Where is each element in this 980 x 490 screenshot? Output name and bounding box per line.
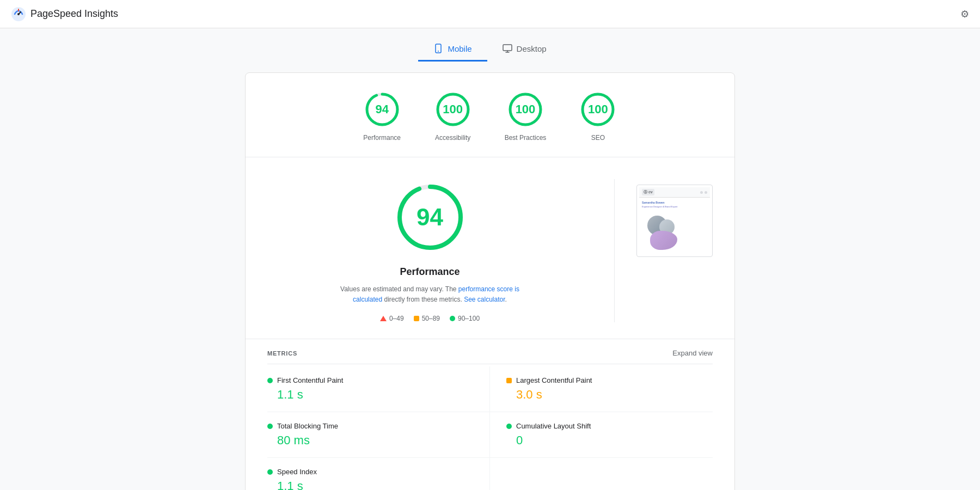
score-label-best-practices: Best Practices [505,134,547,142]
metric-item-cls: Cumulative Layout Shift 0 [490,412,713,458]
score-label-performance: Performance [363,134,401,142]
metric-value-cls: 0 [506,433,707,448]
score-item-seo[interactable]: 100 SEO [579,90,617,142]
metric-indicator-lcp [506,378,512,383]
perf-desc-before: Values are estimated and may vary. The [340,285,458,293]
score-label-accessibility: Accessibility [435,134,470,142]
metric-indicator-cls [506,424,512,429]
svg-rect-4 [503,45,512,51]
legend-average: 50–89 [414,315,440,322]
perf-desc-after: directly from these metrics. [382,296,462,303]
score-label-seo: SEO [591,134,605,142]
app-logo: PageSpeed Insights [11,7,118,22]
score-value-best-practices: 100 [516,102,536,117]
screenshot-frame: Ⓢ cv Samantha Bowen Experience Designer … [636,185,713,257]
score-circle-accessibility: 100 [434,90,472,128]
metrics-header: METRICS Expand view [267,339,713,364]
vertical-divider [614,179,615,322]
user-icon[interactable]: ⚙ [960,8,969,20]
screenshot-browser-bar: Ⓢ cv [639,187,710,198]
performance-description: Values are estimated and may vary. The p… [338,284,523,305]
legend-fail: 0–49 [380,315,404,322]
screenshot-hero-name: Samantha Bowen [642,201,707,204]
performance-title: Performance [400,266,460,278]
metric-name-fcp: First Contentful Paint [277,376,343,384]
score-summary: 94 Performance 100 Accessibility [246,73,734,157]
screenshot-content: Samantha Bowen Experience Designer & Bra… [639,198,710,254]
legend-pass: 90–100 [450,315,480,322]
big-score-circle: 94 [392,179,468,255]
score-legend: 0–49 50–89 90–100 [380,315,480,322]
score-item-accessibility[interactable]: 100 Accessibility [434,90,472,142]
metric-header-tbt: Total Blocking Time [267,422,473,430]
metric-name-tbt: Total Blocking Time [277,422,338,430]
metric-name-lcp: Largest Contentful Paint [516,376,592,384]
metrics-section: METRICS Expand view First Contentful Pai… [246,339,734,490]
metric-value-fcp: 1.1 s [267,388,473,402]
score-item-performance[interactable]: 94 Performance [363,90,401,142]
screenshot-panel: Ⓢ cv Samantha Bowen Experience Designer … [636,185,713,322]
screenshot-site-logo: Ⓢ cv [642,189,654,195]
metrics-title: METRICS [267,350,297,357]
metric-item-si: Speed Index 1.1 s [267,458,490,490]
tab-desktop-label: Desktop [517,44,547,53]
score-value-seo: 100 [588,102,608,117]
metric-header-lcp: Largest Contentful Paint [506,376,707,384]
score-circle-seo: 100 [579,90,617,128]
legend-average-icon [414,316,419,321]
legend-fail-icon [380,316,387,321]
shape-blob-purple [650,231,677,250]
expand-view-button[interactable]: Expand view [672,349,713,357]
screenshot-hero-role: Experience Designer & Brand Expert [642,205,707,209]
score-item-best-practices[interactable]: 100 Best Practices [505,90,547,142]
big-score-value: 94 [416,204,443,231]
performance-main: 94 Performance Values are estimated and … [267,179,592,322]
legend-average-range: 50–89 [422,315,440,322]
metric-name-si: Speed Index [277,468,317,476]
performance-detail-section: 94 Performance Values are estimated and … [246,157,734,339]
metric-value-lcp: 3.0 s [506,388,707,402]
metric-value-tbt: 80 ms [267,433,473,448]
legend-pass-icon [450,316,455,321]
screenshot-image-area [642,213,707,251]
metric-name-cls: Cumulative Layout Shift [516,422,591,430]
header: PageSpeed Insights ⚙ [0,0,980,28]
metric-indicator-tbt [267,424,273,429]
pagespeed-logo-icon [11,7,26,22]
tab-mobile-label: Mobile [448,44,471,53]
score-value-accessibility: 100 [443,102,463,117]
metric-indicator-fcp [267,378,273,383]
metric-item-lcp: Largest Contentful Paint 3.0 s [490,366,713,412]
metric-item-tbt: Total Blocking Time 80 ms [267,412,490,458]
header-right: ⚙ [960,8,969,20]
tab-mobile[interactable]: Mobile [418,37,487,62]
score-circle-best-practices: 100 [506,90,544,128]
metric-item-fcp: First Contentful Paint 1.1 s [267,366,490,412]
see-calculator-link[interactable]: See calculator [464,296,505,303]
metric-header-fcp: First Contentful Paint [267,376,473,384]
screenshot-controls [700,191,707,194]
metric-value-si: 1.1 s [267,479,473,490]
metric-header-cls: Cumulative Layout Shift [506,422,707,430]
svg-point-1 [17,13,20,15]
desktop-icon [503,44,512,53]
screenshot-ctrl-2 [705,191,707,194]
metric-header-si: Speed Index [267,468,473,476]
score-circle-performance: 94 [363,90,401,128]
mobile-icon [433,44,443,53]
legend-fail-range: 0–49 [389,315,404,322]
metric-indicator-si [267,469,273,475]
main-content-card: 94 Performance 100 Accessibility [245,72,735,490]
tab-bar: Mobile Desktop [0,28,980,62]
legend-pass-range: 90–100 [458,315,480,322]
tab-desktop[interactable]: Desktop [487,37,562,62]
screenshot-ctrl-1 [700,191,703,194]
score-value-performance: 94 [375,102,388,117]
metrics-grid: First Contentful Paint 1.1 s Largest Con… [267,366,713,490]
svg-point-3 [438,51,439,52]
app-title: PageSpeed Insights [30,8,118,20]
